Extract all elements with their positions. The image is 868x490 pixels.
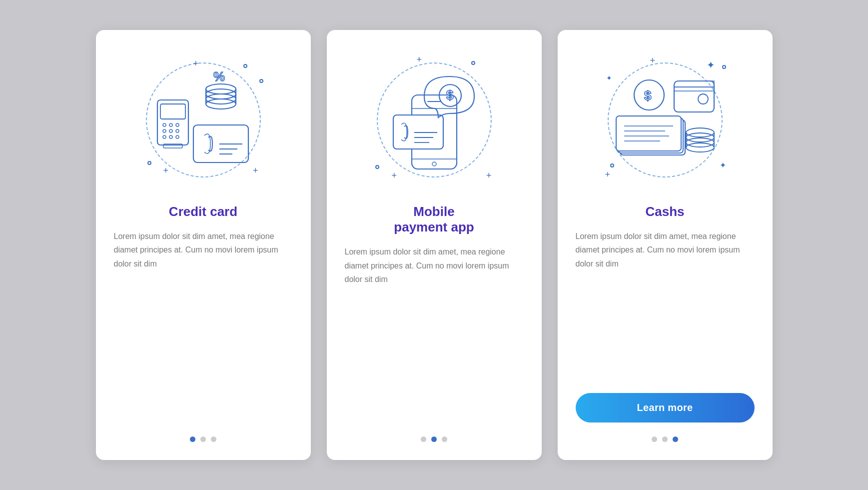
svg-point-10 bbox=[169, 124, 172, 126]
dot-1-1 bbox=[190, 436, 195, 442]
card-3-dots bbox=[652, 436, 678, 442]
dot-1-2 bbox=[200, 436, 206, 442]
svg-rect-41 bbox=[616, 116, 681, 151]
svg-point-15 bbox=[163, 136, 166, 138]
dot-3-1 bbox=[652, 436, 657, 442]
deco-plus-7: + bbox=[650, 56, 656, 65]
svg-text:$: $ bbox=[644, 88, 652, 103]
svg-rect-36 bbox=[674, 81, 714, 112]
svg-point-17 bbox=[176, 136, 179, 138]
credit-card-svg: % bbox=[143, 70, 263, 170]
svg-point-26 bbox=[432, 162, 436, 166]
svg-point-38 bbox=[698, 94, 708, 104]
dot-2-1 bbox=[421, 436, 426, 442]
svg-rect-8 bbox=[160, 104, 185, 119]
card-cashs: + + ✦ ✦ ✦ $ bbox=[558, 30, 773, 460]
svg-point-9 bbox=[163, 124, 166, 126]
deco-dot-7 bbox=[722, 65, 726, 69]
dot-3-2 bbox=[662, 436, 668, 442]
learn-more-button[interactable]: Learn more bbox=[576, 393, 755, 422]
card-1-title: Credit card bbox=[169, 204, 237, 220]
deco-plus-8: + bbox=[605, 170, 611, 179]
svg-rect-7 bbox=[157, 100, 188, 145]
deco-dot-4 bbox=[471, 61, 475, 65]
illustration-cashs: + + ✦ ✦ ✦ $ bbox=[595, 50, 735, 190]
card-mobile-payment: + + + bbox=[327, 30, 542, 460]
dot-2-2 bbox=[431, 436, 437, 442]
dot-2-3 bbox=[442, 436, 447, 442]
card-1-dots bbox=[190, 436, 216, 442]
svg-point-11 bbox=[176, 124, 179, 126]
cashs-svg: $ bbox=[605, 70, 725, 170]
svg-point-16 bbox=[169, 136, 172, 138]
card-credit-card: + + + % bbox=[96, 30, 311, 460]
card-2-title: Mobile payment app bbox=[394, 204, 474, 235]
svg-point-12 bbox=[163, 130, 166, 132]
deco-plus-4: + bbox=[417, 55, 422, 64]
dot-3-3 bbox=[673, 436, 678, 442]
svg-point-14 bbox=[176, 130, 179, 132]
card-3-title: Cashs bbox=[645, 204, 684, 220]
svg-rect-37 bbox=[674, 87, 714, 91]
svg-text:%: % bbox=[213, 70, 225, 84]
card-2-body: Lorem ipsum dolor sit dim amet, mea regi… bbox=[345, 245, 524, 422]
cards-container: + + + % bbox=[96, 30, 773, 460]
sparkle-1: ✦ bbox=[707, 59, 715, 71]
deco-dot-1 bbox=[243, 64, 247, 68]
svg-text:$: $ bbox=[446, 88, 454, 102]
svg-rect-28 bbox=[393, 115, 443, 149]
card-2-dots bbox=[421, 436, 447, 442]
card-1-body: Lorem ipsum dolor sit dim amet, mea regi… bbox=[114, 230, 293, 422]
card-3-body: Lorem ipsum dolor sit dim amet, mea regi… bbox=[576, 230, 755, 381]
svg-point-13 bbox=[169, 130, 172, 132]
illustration-credit-card: + + + % bbox=[133, 50, 273, 190]
dot-1-3 bbox=[211, 436, 216, 442]
deco-plus-1: + bbox=[193, 59, 199, 68]
mobile-payment-svg: $ bbox=[379, 68, 489, 172]
illustration-mobile-payment: + + + bbox=[364, 50, 504, 190]
deco-dot-5 bbox=[375, 165, 379, 169]
